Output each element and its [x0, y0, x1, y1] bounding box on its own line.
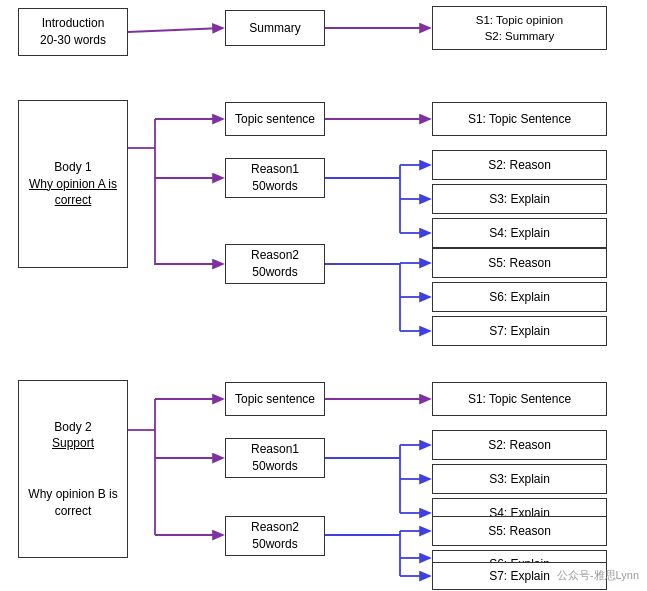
b1-s2-box: S2: Reason	[432, 150, 607, 180]
diagram: Introduction20-30 words Summary S1: Topi…	[0, 0, 647, 591]
b1-reason2-box: Reason250words	[225, 244, 325, 284]
b2-reason1-box: Reason150words	[225, 438, 325, 478]
b1-topic-box: Topic sentence	[225, 102, 325, 136]
body2-box: Body 2SupportWhy opinion B is correct	[18, 380, 128, 558]
b2-s3-box: S3: Explain	[432, 464, 607, 494]
b2-s5-box: S5: Reason	[432, 516, 607, 546]
b1-s6-box: S6: Explain	[432, 282, 607, 312]
watermark: 公众号-雅思Lynn	[557, 568, 639, 583]
svg-line-0	[128, 28, 223, 32]
b1-topic-detail-box: S1: Topic Sentence	[432, 102, 607, 136]
summary-detail-box: S1: Topic opinionS2: Summary	[432, 6, 607, 50]
b1-s5-box: S5: Reason	[432, 248, 607, 278]
body1-box: Body 1Why opinion A is correct	[18, 100, 128, 268]
b1-s4-box: S4: Explain	[432, 218, 607, 248]
b1-reason1-box: Reason150words	[225, 158, 325, 198]
summary-box: Summary	[225, 10, 325, 46]
b2-topic-box: Topic sentence	[225, 382, 325, 416]
b2-reason2-box: Reason250words	[225, 516, 325, 556]
b1-s7-box: S7: Explain	[432, 316, 607, 346]
intro-box: Introduction20-30 words	[18, 8, 128, 56]
b2-s2-box: S2: Reason	[432, 430, 607, 460]
b1-s3-box: S3: Explain	[432, 184, 607, 214]
b2-topic-detail-box: S1: Topic Sentence	[432, 382, 607, 416]
